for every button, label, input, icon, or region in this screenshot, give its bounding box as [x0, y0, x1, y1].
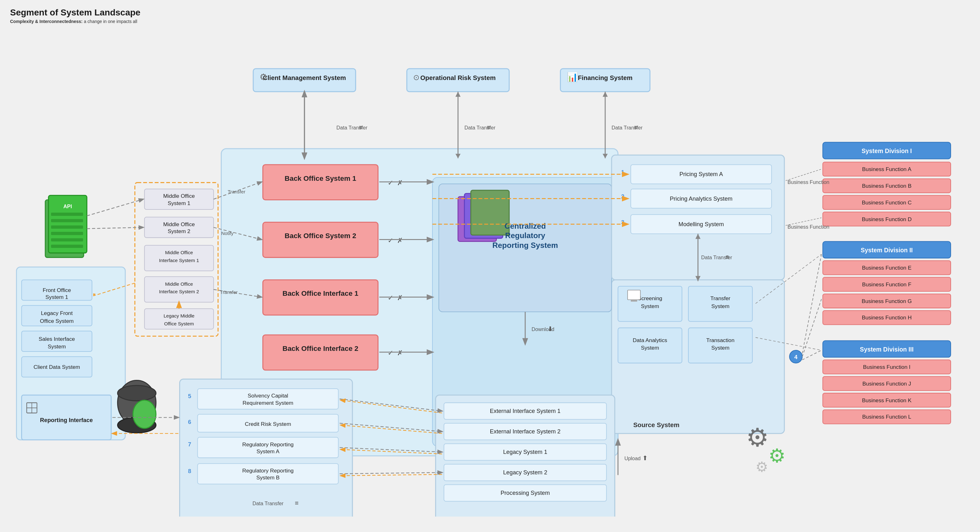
svg-text:⚙: ⚙ — [756, 459, 768, 475]
svg-text:Middle Office: Middle Office — [163, 221, 195, 228]
svg-text:System Division II: System Division II — [861, 247, 913, 253]
svg-text:API: API — [63, 204, 72, 209]
svg-text:Centralized: Centralized — [504, 222, 546, 230]
svg-text:System 2: System 2 — [167, 228, 190, 234]
svg-line-233 — [802, 350, 822, 360]
svg-text:Requirement System: Requirement System — [242, 400, 293, 406]
svg-rect-129 — [197, 389, 338, 409]
svg-text:Upload: Upload — [624, 456, 641, 461]
svg-text:Interface System 2: Interface System 2 — [159, 289, 199, 294]
svg-text:Business Function L: Business Function L — [862, 414, 912, 420]
svg-text:Client Management System: Client Management System — [263, 74, 346, 81]
svg-text:System: System — [641, 345, 659, 351]
svg-text:Modelling System: Modelling System — [678, 221, 724, 228]
svg-text:Regulatory Reporting: Regulatory Reporting — [242, 441, 293, 448]
svg-rect-145 — [145, 189, 213, 209]
svg-text:Legacy Middle: Legacy Middle — [164, 313, 194, 319]
svg-rect-104 — [51, 232, 83, 235]
svg-text:Back Office Interface 1: Back Office Interface 1 — [283, 290, 358, 297]
svg-text:📊: 📊 — [567, 72, 578, 83]
svg-point-126 — [133, 400, 156, 428]
diagram-container: Client Management System ⚙ Operational R… — [10, 30, 970, 516]
svg-text:Notify: Notify — [221, 231, 234, 236]
svg-text:Legacy System 2: Legacy System 2 — [503, 469, 547, 476]
svg-text:✓: ✓ — [388, 349, 393, 357]
svg-text:≡: ≡ — [295, 500, 299, 507]
svg-text:Business Function D: Business Function D — [862, 216, 912, 222]
svg-text:System: System — [48, 343, 66, 350]
svg-text:Processing System: Processing System — [501, 489, 550, 496]
svg-text:Business Function A: Business Function A — [862, 166, 912, 172]
svg-text:Business Function J: Business Function J — [862, 381, 912, 387]
svg-text:✗: ✗ — [397, 179, 403, 187]
svg-text:6: 6 — [188, 419, 191, 425]
svg-text:Regulatory: Regulatory — [505, 231, 546, 240]
svg-text:⊙: ⊙ — [413, 73, 420, 81]
svg-text:External Interface System 2: External Interface System 2 — [490, 428, 560, 435]
svg-text:Middle Office: Middle Office — [165, 281, 193, 287]
svg-rect-38 — [263, 280, 378, 315]
svg-line-232 — [802, 299, 822, 357]
svg-rect-136 — [197, 437, 338, 458]
svg-text:System: System — [641, 303, 659, 309]
svg-text:Data Analytics: Data Analytics — [633, 337, 667, 343]
svg-text:Back Office System 2: Back Office System 2 — [285, 232, 356, 240]
svg-text:4: 4 — [794, 354, 798, 360]
svg-text:Business Function H: Business Function H — [862, 314, 912, 321]
svg-text:Data Transfer: Data Transfer — [336, 125, 368, 131]
svg-text:Front Office: Front Office — [43, 287, 71, 293]
svg-marker-16 — [302, 92, 307, 97]
svg-text:Back Office Interface 2: Back Office Interface 2 — [283, 345, 358, 352]
svg-text:Pricing System A: Pricing System A — [679, 171, 723, 177]
svg-text:Transfer: Transfer — [228, 189, 245, 194]
svg-text:Data Transfer: Data Transfer — [253, 500, 284, 506]
svg-text:✓: ✓ — [388, 294, 393, 302]
svg-rect-34 — [263, 222, 378, 258]
svg-text:Business Function K: Business Function K — [862, 397, 912, 403]
svg-text:System Division I: System Division I — [862, 148, 912, 155]
svg-text:Transfer: Transfer — [710, 295, 730, 301]
svg-text:Transfer: Transfer — [220, 290, 238, 295]
svg-text:✗: ✗ — [397, 294, 403, 302]
svg-text:Business Function C: Business Function C — [862, 199, 912, 205]
svg-line-193 — [341, 475, 442, 476]
svg-line-168 — [87, 199, 143, 216]
svg-text:✗: ✗ — [397, 349, 403, 357]
svg-text:8: 8 — [188, 468, 191, 475]
svg-rect-69 — [628, 290, 641, 299]
svg-text:Business Function: Business Function — [788, 179, 829, 185]
page-subtitle: Complexity & Interconnectedness: a chang… — [10, 19, 970, 24]
svg-text:System Division III: System Division III — [860, 346, 914, 353]
svg-text:⚙: ⚙ — [259, 72, 267, 82]
svg-text:⬆: ⬆ — [643, 454, 648, 462]
svg-rect-148 — [145, 217, 213, 237]
svg-text:Business Function I: Business Function I — [863, 364, 910, 370]
svg-text:System A: System A — [256, 448, 279, 454]
svg-text:≡: ≡ — [634, 124, 638, 131]
svg-rect-42 — [263, 335, 378, 370]
svg-rect-53 — [471, 190, 509, 235]
svg-text:System 1: System 1 — [45, 294, 68, 300]
svg-text:System: System — [711, 303, 730, 309]
page-header: Segment of System Landscape Complexity &… — [10, 8, 970, 24]
svg-rect-102 — [51, 219, 83, 222]
svg-text:Operational Risk System: Operational Risk System — [420, 74, 496, 81]
svg-text:5: 5 — [188, 393, 191, 400]
system-landscape-diagram: Client Management System ⚙ Operational R… — [10, 30, 970, 516]
svg-text:External Interface System 1: External Interface System 1 — [490, 408, 560, 414]
svg-text:Middle Office: Middle Office — [163, 193, 195, 199]
svg-text:Business Function G: Business Function G — [862, 298, 912, 304]
svg-text:Reporting System: Reporting System — [492, 241, 558, 250]
svg-text:✗: ✗ — [397, 237, 403, 244]
svg-text:⚙: ⚙ — [768, 445, 786, 467]
svg-line-231 — [802, 254, 822, 354]
page-title: Segment of System Landscape — [10, 8, 970, 18]
svg-text:Data Transfer: Data Transfer — [465, 125, 496, 131]
svg-rect-106 — [51, 245, 83, 248]
svg-text:Screening: Screening — [638, 295, 662, 301]
svg-text:Financing System: Financing System — [578, 74, 633, 81]
svg-text:7: 7 — [188, 441, 191, 448]
svg-text:Business Function B: Business Function B — [862, 183, 912, 189]
svg-point-124 — [118, 385, 156, 401]
svg-text:System B: System B — [256, 475, 280, 481]
